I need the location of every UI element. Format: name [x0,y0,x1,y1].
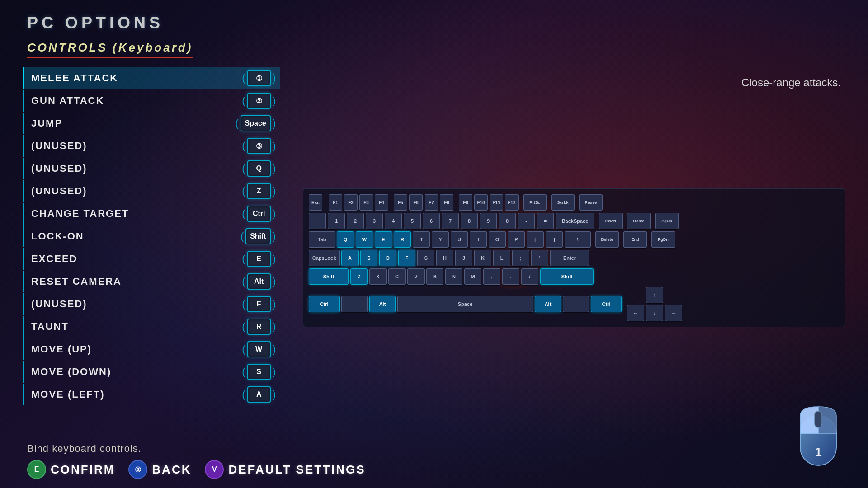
control-item-change-target[interactable]: CHANGE TARGET(Ctrl) [23,203,280,225]
kb-key-shift[interactable]: Shift [540,268,594,285]
kb-key-s[interactable]: S [360,250,377,266]
kb-key-[[interactable]: [ [527,231,544,248]
kb-key-g[interactable]: G [417,250,434,266]
kb-key-pause[interactable]: Pause [579,194,603,211]
kb-key-=[interactable]: = [537,213,554,229]
kb-key-f1[interactable]: F1 [329,194,342,211]
kb-key-b[interactable]: B [426,268,443,285]
kb-key-y[interactable]: Y [432,231,449,248]
kb-key-esc[interactable]: Esc [309,194,322,211]
kb-key-f6[interactable]: F6 [409,194,423,211]
kb-key-6[interactable]: 6 [423,213,440,229]
control-item-unused-4[interactable]: (UNUSED)(F) [23,293,280,315]
control-item-exceed[interactable]: EXCEED(E) [23,248,280,270]
kb-key-scrlk[interactable]: ScrLk [551,194,575,211]
kb-key-v[interactable]: V [407,268,425,285]
kb-key-3[interactable]: 3 [366,213,383,229]
kb-key-f7[interactable]: F7 [425,194,438,211]
kb-key-8[interactable]: 8 [461,213,478,229]
control-item-reset-camera[interactable]: RESET CAMERA(Alt) [23,271,280,292]
kb-key-f2[interactable]: F2 [344,194,358,211]
kb-key-\[interactable]: \ [565,231,591,248]
kb-key-f9[interactable]: F9 [459,194,472,211]
kb-key-x[interactable]: X [369,268,387,285]
control-item-gun-attack[interactable]: GUN ATTACK(②) [23,90,280,112]
kb-key-o[interactable]: O [489,231,506,248]
kb-key-;[interactable]: ; [512,250,529,266]
kb-key-z[interactable]: Z [350,268,368,285]
kb-key-end[interactable]: End [623,231,647,248]
kb-key-space[interactable]: Space [397,296,533,312]
kb-key-↑[interactable]: ↑ [646,287,663,303]
kb-key-j[interactable]: J [455,250,472,266]
kb-key-alt[interactable]: Alt [535,296,561,312]
control-item-move-up[interactable]: MOVE (UP)(W) [23,338,280,360]
kb-key-f3[interactable]: F3 [359,194,373,211]
kb-key-i[interactable]: I [470,231,487,248]
kb-key-↓[interactable]: ↓ [646,305,663,321]
kb-key-c[interactable]: C [388,268,406,285]
kb-key-prtsc[interactable]: PrtSc [523,194,547,211]
kb-key-][interactable]: ] [546,231,563,248]
kb-key-shift[interactable]: Shift [309,268,349,285]
kb-key-w[interactable]: W [356,231,373,248]
kb-key-h[interactable]: H [436,250,453,266]
kb-key-tab[interactable]: Tab [309,231,335,248]
default-settings-button[interactable]: V DEFAULT SETTINGS [205,460,365,479]
kb-key-t[interactable]: T [413,231,430,248]
control-item-move-left[interactable]: MOVE (LEFT)(A) [23,384,280,405]
kb-key-f11[interactable]: F11 [490,194,503,211]
control-item-unused-1[interactable]: (UNUSED)(③) [23,135,280,157]
kb-key-f5[interactable]: F5 [394,194,407,211]
kb-key-f12[interactable]: F12 [505,194,519,211]
control-item-move-down[interactable]: MOVE (DOWN)(S) [23,361,280,383]
kb-key-e[interactable]: E [375,231,392,248]
kb-key-→[interactable]: → [665,305,682,321]
control-item-unused-3[interactable]: (UNUSED)(Z) [23,180,280,202]
kb-key-1[interactable]: 1 [328,213,345,229]
kb-key-f4[interactable]: F4 [375,194,388,211]
kb-key-,[interactable]: , [483,268,500,285]
control-item-melee-attack[interactable]: MELEE ATTACK(①) [23,67,280,89]
kb-key-0[interactable]: 0 [499,213,516,229]
control-item-taunt[interactable]: TAUNT(R) [23,316,280,338]
kb-key-pgup[interactable]: PgUp [655,213,679,229]
kb-key-ctrl[interactable]: Ctrl [591,296,622,312]
kb-key-a[interactable]: A [341,250,359,266]
kb-key-p[interactable]: P [508,231,525,248]
kb-key-7[interactable]: 7 [442,213,459,229]
kb-key-delete[interactable]: Delete [595,231,619,248]
kb-key-capslock[interactable]: CapsLock [309,250,340,266]
kb-key-f8[interactable]: F8 [440,194,453,211]
kb-key-.[interactable]: . [502,268,519,285]
kb-key-backspace[interactable]: BackSpace [556,213,594,229]
kb-key-5[interactable]: 5 [404,213,421,229]
kb-key-l[interactable]: L [493,250,510,266]
kb-key-9[interactable]: 9 [480,213,497,229]
kb-key-d[interactable]: D [379,250,396,266]
kb-key-2[interactable]: 2 [347,213,364,229]
kb-key-q[interactable]: Q [337,231,354,248]
confirm-button[interactable]: E CONFIRM [27,460,115,479]
kb-key-[interactable] [341,296,368,312]
kb-key-r[interactable]: R [394,231,411,248]
kb-key-n[interactable]: N [445,268,462,285]
kb-key-pgdn[interactable]: PgDn [651,231,675,248]
kb-key-alt[interactable]: Alt [369,296,396,312]
kb-key-ctrl[interactable]: Ctrl [309,296,340,312]
kb-key--[interactable]: - [518,213,535,229]
kb-key-4[interactable]: 4 [385,213,402,229]
kb-key-enter[interactable]: Enter [550,250,589,266]
kb-key-home[interactable]: Home [627,213,651,229]
control-item-unused-2[interactable]: (UNUSED)(Q) [23,158,280,179]
kb-key-f10[interactable]: F10 [474,194,488,211]
kb-key-'[interactable]: ' [531,250,548,266]
kb-key-u[interactable]: U [451,231,468,248]
kb-key-m[interactable]: M [464,268,481,285]
kb-key-/[interactable]: / [521,268,538,285]
control-item-lock-on[interactable]: LOCK-ON(Shift) [23,225,280,247]
back-button[interactable]: ② BACK [128,460,191,479]
kb-key-~[interactable]: ~ [309,213,326,229]
kb-key-insert[interactable]: Insert [599,213,623,229]
kb-key-f[interactable]: F [398,250,415,266]
